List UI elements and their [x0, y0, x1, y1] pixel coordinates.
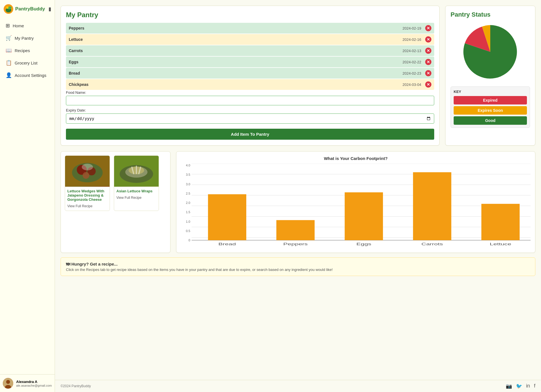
svg-rect-37: [481, 204, 520, 240]
sidebar-item-recipes[interactable]: 📖 Recipes: [0, 44, 55, 56]
expiry-date-input[interactable]: [66, 113, 434, 124]
svg-point-11: [83, 172, 89, 179]
item-date-bread: 2024-02-23: [403, 71, 422, 75]
user-name: Alexandra A: [16, 380, 52, 384]
svg-rect-18: [136, 166, 137, 174]
recipe-link-0[interactable]: View Full Recipe: [67, 204, 92, 208]
sidebar-nav: ⊞ Home 🛒 My Pantry 📖 Recipes 📋 Grocery L…: [0, 17, 55, 84]
hungry-text: Click on the Recipes tab to get recipe i…: [66, 268, 530, 272]
expiry-date-label: Expiry Date:: [66, 108, 434, 112]
sidebar-item-recipes-label: Recipes: [15, 48, 30, 53]
my-pantry-panel: My Pantry Peppers 2024-02-19 ✕ Lettuce 2…: [61, 6, 440, 146]
add-item-button[interactable]: Add Item To Pantry: [66, 129, 434, 140]
grocery-icon: 📋: [6, 60, 12, 66]
top-section: My Pantry Peppers 2024-02-19 ✕ Lettuce 2…: [55, 0, 541, 148]
pantry-items-list: Peppers 2024-02-19 ✕ Lettuce 2024-02-16 …: [66, 23, 434, 90]
item-name-chickpeas: Chickpeas: [69, 82, 403, 87]
carbon-chart-area: 4.0 3.5 3.0 2.5 2.0 1.5 1.0 0.5 0: [181, 164, 531, 248]
svg-point-5: [6, 380, 10, 384]
bar-chart-svg: Bread Peppers Eggs Carrots Lettuce: [192, 164, 531, 248]
y-axis-labels: 4.0 3.5 3.0 2.5 2.0 1.5 1.0 0.5 0: [181, 164, 192, 242]
item-date-peppers: 2024-02-19: [403, 26, 422, 30]
logo: PantryBuddy: [3, 4, 45, 14]
remove-chickpeas-button[interactable]: ✕: [425, 81, 431, 88]
key-title: KEY: [454, 90, 527, 94]
sidebar-item-account-settings[interactable]: 👤 Account Settings: [0, 69, 55, 81]
pantry-item-chickpeas: Chickpeas 2024-03-04 ✕: [66, 79, 434, 90]
pantry-status-key: KEY Expired Expires Soon Good: [451, 86, 530, 128]
recipes-panel: Lettuce Wedges With Jalapeno Dressing & …: [61, 151, 170, 253]
pantry-icon: 🛒: [6, 35, 12, 41]
svg-text:Lettuce: Lettuce: [490, 242, 511, 246]
carbon-chart-title: What is Your Carbon Footprint?: [181, 156, 531, 161]
recipe-body-0: Lettuce Wedges With Jalapeno Dressing & …: [65, 187, 110, 211]
recipe-link-1[interactable]: View Full Recipe: [116, 196, 141, 200]
account-icon: 👤: [6, 72, 12, 78]
sidebar: PantryBuddy ▮ ⊞ Home 🛒 My Pantry 📖 Recip…: [0, 0, 55, 392]
svg-rect-35: [413, 172, 451, 240]
svg-text:Carrots: Carrots: [422, 242, 443, 246]
user-info: Alexandra A ale.asanache@gmail.com: [16, 380, 52, 387]
main-content: My Pantry Peppers 2024-02-19 ✕ Lettuce 2…: [55, 0, 541, 392]
remove-lettuce-button[interactable]: ✕: [425, 36, 431, 43]
recipe-image-0: [65, 156, 110, 187]
twitter-icon[interactable]: 🐦: [516, 383, 522, 389]
pantry-item-eggs: Eggs 2024-02-22 ✕: [66, 57, 434, 67]
item-date-chickpeas: 2024-03-04: [403, 83, 422, 87]
key-soon: Expires Soon: [454, 106, 527, 115]
item-name-carrots: Carrots: [69, 48, 403, 53]
expiry-date-field-group: Expiry Date:: [66, 108, 434, 124]
sidebar-item-home[interactable]: ⊞ Home: [0, 20, 55, 32]
logo-icon: [3, 4, 14, 14]
svg-text:Peppers: Peppers: [283, 242, 308, 246]
linkedin-icon[interactable]: in: [526, 383, 530, 389]
recipe-body-1: Asian Lettuce Wraps View Full Recipe: [114, 187, 159, 202]
sidebar-item-home-label: Home: [13, 23, 24, 28]
sidebar-item-grocery-list-label: Grocery List: [15, 61, 37, 65]
remove-eggs-button[interactable]: ✕: [425, 59, 431, 65]
hungry-banner: 🍽 Hungry? Get a recipe... Click on the R…: [61, 257, 535, 276]
logo-text: PantryBuddy: [15, 6, 45, 12]
bottom-section: Lettuce Wedges With Jalapeno Dressing & …: [55, 148, 541, 256]
svg-point-3: [6, 6, 8, 9]
item-date-carrots: 2024-02-13: [403, 49, 422, 53]
svg-rect-29: [208, 194, 246, 240]
key-expired: Expired: [454, 96, 527, 104]
recipe-name-0: Lettuce Wedges With Jalapeno Dressing & …: [67, 189, 107, 202]
instagram-icon[interactable]: 📷: [506, 383, 512, 389]
remove-bread-button[interactable]: ✕: [425, 70, 431, 76]
pie-chart-container: [451, 22, 530, 81]
main-footer: ©2024 PantryBuddy 📷 🐦 in f: [55, 380, 541, 392]
pantry-title: My Pantry: [66, 11, 434, 19]
user-email: ale.asanache@gmail.com: [16, 384, 52, 387]
item-name-eggs: Eggs: [69, 60, 403, 64]
recipe-card-1: Asian Lettuce Wraps View Full Recipe: [114, 155, 159, 211]
collapse-sidebar-button[interactable]: ▮: [48, 6, 51, 12]
svg-text:Eggs: Eggs: [356, 242, 371, 246]
pantry-item-carrots: Carrots 2024-02-13 ✕: [66, 45, 434, 56]
pantry-item-peppers: Peppers 2024-02-19 ✕: [66, 23, 434, 34]
key-good: Good: [454, 116, 527, 125]
pantry-item-lettuce: Lettuce 2024-02-16 ✕: [66, 34, 434, 45]
sidebar-footer: Alexandra A ale.asanache@gmail.com: [0, 374, 55, 392]
recipe-image-1: [114, 156, 159, 187]
recipe-card-0: Lettuce Wedges With Jalapeno Dressing & …: [65, 155, 110, 211]
sidebar-item-my-pantry[interactable]: 🛒 My Pantry: [0, 32, 55, 44]
user-avatar: [3, 378, 13, 389]
item-name-bread: Bread: [69, 71, 403, 75]
facebook-icon[interactable]: f: [534, 383, 535, 389]
remove-carrots-button[interactable]: ✕: [425, 48, 431, 54]
footer-copyright: ©2024 PantryBuddy: [61, 384, 91, 388]
food-name-field-group: Food Name:: [66, 90, 434, 105]
hungry-title: 🍽 Hungry? Get a recipe...: [66, 262, 530, 266]
remove-peppers-button[interactable]: ✕: [425, 25, 431, 31]
sidebar-logo: PantryBuddy ▮: [0, 0, 55, 17]
svg-rect-31: [276, 220, 315, 240]
food-name-input[interactable]: [66, 96, 434, 105]
pantry-status-panel: Pantry Status KEY E: [445, 6, 535, 146]
sidebar-item-grocery-list[interactable]: 📋 Grocery List: [0, 57, 55, 69]
recipes-icon: 📖: [6, 47, 12, 54]
item-name-peppers: Peppers: [69, 26, 403, 30]
svg-point-12: [82, 164, 93, 170]
pie-chart: [461, 22, 520, 81]
